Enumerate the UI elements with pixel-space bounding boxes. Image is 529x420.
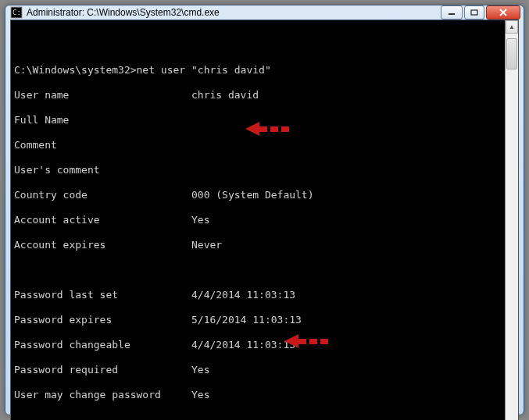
value: 000 (System Default) [191, 189, 314, 201]
value: Yes [191, 364, 209, 376]
label: Country code [14, 189, 88, 201]
prompt: C:\Windows\system32> [14, 64, 137, 76]
minimize-button[interactable] [441, 5, 463, 20]
value: 4/4/2014 11:03:13 [191, 289, 295, 301]
cmd-icon: C: [10, 6, 23, 19]
scroll-up-button[interactable]: ▲ [506, 20, 518, 34]
maximize-button[interactable] [464, 5, 484, 20]
window-buttons [439, 5, 520, 20]
title-bar[interactable]: C: Administrator: C:\Windows\System32\cm… [5, 5, 524, 20]
label: Account expires [14, 239, 105, 251]
command-text: net user "chris david" [137, 64, 271, 76]
label: Account active [14, 214, 100, 226]
value: Yes [191, 214, 209, 226]
value: Never [191, 239, 222, 251]
value: 4/4/2014 11:03:13 [191, 339, 295, 351]
label: Password last set [14, 289, 118, 301]
value: 5/16/2014 11:03:13 [191, 314, 302, 326]
terminal-output[interactable]: C:\Windows\system32>net user "chris davi… [11, 20, 505, 420]
label: Full Name [14, 114, 69, 126]
value: Yes [191, 389, 209, 400]
client-area: C:\Windows\system32>net user "chris davi… [10, 20, 519, 420]
window-title: Administrator: C:\Windows\System32\cmd.e… [27, 7, 439, 18]
close-button[interactable] [486, 5, 520, 20]
label: Password required [14, 364, 118, 376]
label: User name [14, 89, 69, 101]
svg-text:C:: C: [13, 9, 21, 16]
label: User's comment [14, 164, 100, 176]
cmd-window: C: Administrator: C:\Windows\System32\cm… [5, 5, 524, 415]
vertical-scrollbar[interactable]: ▲ ▼ [505, 20, 518, 420]
value: chris david [191, 89, 259, 101]
scroll-track[interactable] [506, 34, 518, 420]
label: Password expires [14, 314, 112, 326]
label: Password changeable [14, 339, 130, 351]
label: Comment [14, 139, 57, 151]
label: User may change password [14, 389, 161, 400]
svg-rect-3 [471, 10, 477, 15]
scroll-thumb[interactable] [506, 38, 517, 69]
